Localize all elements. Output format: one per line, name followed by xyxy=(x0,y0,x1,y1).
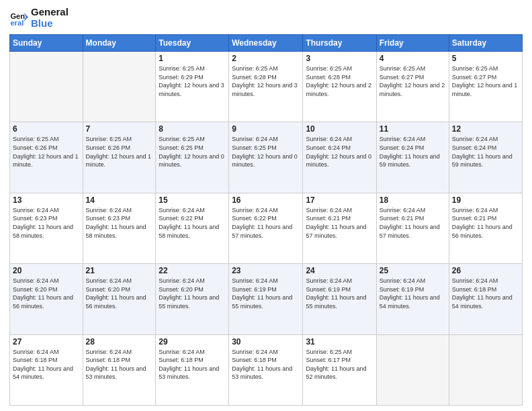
calendar-cell: 25Sunrise: 6:24 AMSunset: 6:19 PMDayligh… xyxy=(376,264,449,334)
day-info: Sunrise: 6:24 AMSunset: 6:23 PMDaylight:… xyxy=(86,206,153,240)
day-info: Sunrise: 6:25 AMSunset: 6:27 PMDaylight:… xyxy=(380,64,446,98)
svg-text:eral: eral xyxy=(10,19,24,27)
calendar-week-row: 6Sunrise: 6:25 AMSunset: 6:26 PMDaylight… xyxy=(10,122,523,193)
calendar-cell: 4Sunrise: 6:25 AMSunset: 6:27 PMDaylight… xyxy=(376,52,449,122)
calendar-cell: 3Sunrise: 6:25 AMSunset: 6:28 PMDaylight… xyxy=(303,52,376,122)
day-header-sunday: Sunday xyxy=(10,35,83,52)
calendar-cell: 11Sunrise: 6:24 AMSunset: 6:24 PMDayligh… xyxy=(376,122,449,193)
day-number: 14 xyxy=(86,195,153,205)
day-info: Sunrise: 6:24 AMSunset: 6:18 PMDaylight:… xyxy=(232,348,300,381)
day-number: 19 xyxy=(452,195,519,205)
calendar-cell: 6Sunrise: 6:25 AMSunset: 6:26 PMDaylight… xyxy=(10,122,83,193)
day-info: Sunrise: 6:25 AMSunset: 6:28 PMDaylight:… xyxy=(232,64,300,98)
day-header-tuesday: Tuesday xyxy=(156,35,229,52)
day-number: 15 xyxy=(159,195,226,205)
day-number: 11 xyxy=(380,124,446,134)
day-number: 18 xyxy=(380,195,446,205)
day-info: Sunrise: 6:24 AMSunset: 6:19 PMDaylight:… xyxy=(232,277,300,310)
day-info: Sunrise: 6:25 AMSunset: 6:27 PMDaylight:… xyxy=(452,64,519,98)
day-info: Sunrise: 6:24 AMSunset: 6:18 PMDaylight:… xyxy=(86,348,153,381)
calendar-cell: 22Sunrise: 6:24 AMSunset: 6:20 PMDayligh… xyxy=(156,264,229,334)
day-info: Sunrise: 6:24 AMSunset: 6:20 PMDaylight:… xyxy=(13,277,80,310)
logo-icon: Gen eral xyxy=(9,9,28,28)
calendar-cell: 20Sunrise: 6:24 AMSunset: 6:20 PMDayligh… xyxy=(10,264,83,334)
calendar-table: SundayMondayTuesdayWednesdayThursdayFrid… xyxy=(9,34,523,406)
day-number: 8 xyxy=(159,124,226,134)
day-info: Sunrise: 6:24 AMSunset: 6:24 PMDaylight:… xyxy=(452,135,519,169)
day-number: 13 xyxy=(13,195,80,205)
day-number: 21 xyxy=(86,266,153,275)
day-info: Sunrise: 6:25 AMSunset: 6:17 PMDaylight:… xyxy=(306,348,373,381)
calendar-cell: 12Sunrise: 6:24 AMSunset: 6:24 PMDayligh… xyxy=(449,122,522,193)
day-number: 10 xyxy=(306,124,373,134)
day-info: Sunrise: 6:25 AMSunset: 6:26 PMDaylight:… xyxy=(86,135,153,169)
calendar-cell: 17Sunrise: 6:24 AMSunset: 6:21 PMDayligh… xyxy=(303,193,376,263)
day-number: 23 xyxy=(232,266,300,275)
calendar-cell xyxy=(449,334,522,405)
day-number: 30 xyxy=(232,337,300,347)
day-info: Sunrise: 6:24 AMSunset: 6:18 PMDaylight:… xyxy=(452,277,519,310)
calendar-cell xyxy=(83,52,156,122)
day-number: 25 xyxy=(380,266,446,275)
day-info: Sunrise: 6:24 AMSunset: 6:20 PMDaylight:… xyxy=(86,277,153,310)
day-header-thursday: Thursday xyxy=(303,35,376,52)
day-header-friday: Friday xyxy=(376,35,449,52)
calendar-cell: 9Sunrise: 6:24 AMSunset: 6:25 PMDaylight… xyxy=(229,122,303,193)
day-header-saturday: Saturday xyxy=(449,35,522,52)
day-number: 12 xyxy=(452,124,519,134)
calendar-cell: 18Sunrise: 6:24 AMSunset: 6:21 PMDayligh… xyxy=(376,193,449,263)
logo-text: General xyxy=(31,7,69,18)
day-info: Sunrise: 6:24 AMSunset: 6:22 PMDaylight:… xyxy=(159,206,226,240)
day-number: 29 xyxy=(159,337,226,347)
day-info: Sunrise: 6:24 AMSunset: 6:24 PMDaylight:… xyxy=(306,135,373,169)
day-number: 26 xyxy=(452,266,519,275)
day-info: Sunrise: 6:25 AMSunset: 6:26 PMDaylight:… xyxy=(13,135,80,169)
day-number: 17 xyxy=(306,195,373,205)
day-info: Sunrise: 6:24 AMSunset: 6:24 PMDaylight:… xyxy=(380,135,446,169)
day-number: 7 xyxy=(86,124,153,134)
day-number: 6 xyxy=(13,124,80,134)
calendar-cell: 27Sunrise: 6:24 AMSunset: 6:18 PMDayligh… xyxy=(10,334,83,405)
day-number: 9 xyxy=(232,124,300,134)
calendar-header-row: SundayMondayTuesdayWednesdayThursdayFrid… xyxy=(10,35,523,52)
day-info: Sunrise: 6:24 AMSunset: 6:21 PMDaylight:… xyxy=(306,206,373,240)
day-number: 22 xyxy=(159,266,226,275)
calendar-cell: 10Sunrise: 6:24 AMSunset: 6:24 PMDayligh… xyxy=(303,122,376,193)
day-info: Sunrise: 6:24 AMSunset: 6:20 PMDaylight:… xyxy=(159,277,226,310)
day-info: Sunrise: 6:24 AMSunset: 6:22 PMDaylight:… xyxy=(232,206,300,240)
day-number: 31 xyxy=(306,337,373,347)
calendar-cell: 7Sunrise: 6:25 AMSunset: 6:26 PMDaylight… xyxy=(83,122,156,193)
calendar-cell: 16Sunrise: 6:24 AMSunset: 6:22 PMDayligh… xyxy=(229,193,303,263)
day-number: 28 xyxy=(86,337,153,347)
calendar-week-row: 1Sunrise: 6:25 AMSunset: 6:29 PMDaylight… xyxy=(10,52,523,122)
day-number: 2 xyxy=(232,54,300,63)
day-info: Sunrise: 6:24 AMSunset: 6:23 PMDaylight:… xyxy=(13,206,80,240)
day-number: 24 xyxy=(306,266,373,275)
day-number: 1 xyxy=(159,54,226,63)
logo: Gen eral General Blue xyxy=(9,7,69,29)
day-header-wednesday: Wednesday xyxy=(229,35,303,52)
calendar-cell: 15Sunrise: 6:24 AMSunset: 6:22 PMDayligh… xyxy=(156,193,229,263)
calendar-cell: 23Sunrise: 6:24 AMSunset: 6:19 PMDayligh… xyxy=(229,264,303,334)
calendar-week-row: 20Sunrise: 6:24 AMSunset: 6:20 PMDayligh… xyxy=(10,264,523,334)
day-number: 3 xyxy=(306,54,373,63)
day-info: Sunrise: 6:24 AMSunset: 6:25 PMDaylight:… xyxy=(232,135,300,169)
calendar-cell: 19Sunrise: 6:24 AMSunset: 6:21 PMDayligh… xyxy=(449,193,522,263)
calendar-cell xyxy=(376,334,449,405)
day-info: Sunrise: 6:24 AMSunset: 6:19 PMDaylight:… xyxy=(306,277,373,310)
calendar-cell: 24Sunrise: 6:24 AMSunset: 6:19 PMDayligh… xyxy=(303,264,376,334)
day-number: 27 xyxy=(13,337,80,347)
calendar-cell: 21Sunrise: 6:24 AMSunset: 6:20 PMDayligh… xyxy=(83,264,156,334)
page-header: Gen eral General Blue xyxy=(9,7,523,29)
day-info: Sunrise: 6:25 AMSunset: 6:25 PMDaylight:… xyxy=(159,135,226,169)
day-number: 20 xyxy=(13,266,80,275)
day-info: Sunrise: 6:24 AMSunset: 6:19 PMDaylight:… xyxy=(380,277,446,310)
calendar-cell: 28Sunrise: 6:24 AMSunset: 6:18 PMDayligh… xyxy=(83,334,156,405)
calendar-week-row: 13Sunrise: 6:24 AMSunset: 6:23 PMDayligh… xyxy=(10,193,523,263)
calendar-cell: 1Sunrise: 6:25 AMSunset: 6:29 PMDaylight… xyxy=(156,52,229,122)
calendar-cell: 14Sunrise: 6:24 AMSunset: 6:23 PMDayligh… xyxy=(83,193,156,263)
day-info: Sunrise: 6:25 AMSunset: 6:29 PMDaylight:… xyxy=(159,64,226,98)
day-info: Sunrise: 6:24 AMSunset: 6:21 PMDaylight:… xyxy=(452,206,519,240)
day-info: Sunrise: 6:25 AMSunset: 6:28 PMDaylight:… xyxy=(306,64,373,98)
calendar-cell: 13Sunrise: 6:24 AMSunset: 6:23 PMDayligh… xyxy=(10,193,83,263)
